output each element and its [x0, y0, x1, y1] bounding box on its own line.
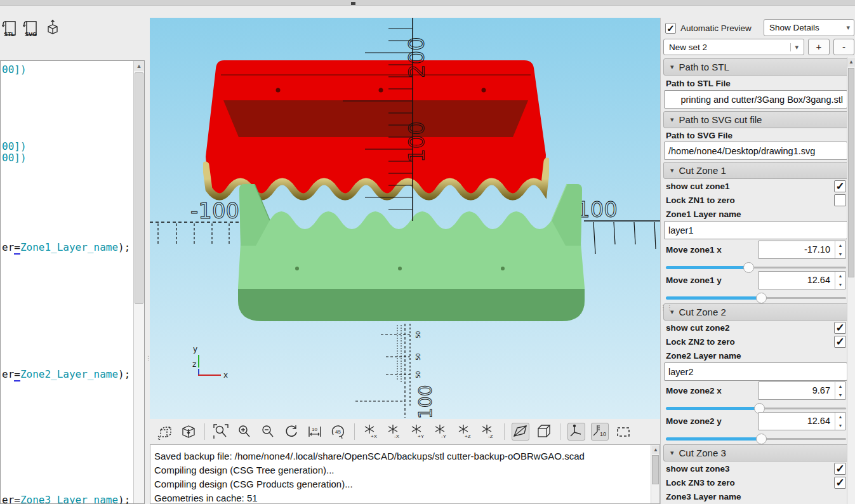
spin-down-icon[interactable]: ▼	[838, 393, 843, 397]
move-zone1-y-spinbox[interactable]: 12.64 ▲▼	[758, 271, 846, 289]
details-dropdown[interactable]: Show Details ▾	[764, 19, 854, 36]
slider-fill	[666, 437, 762, 441]
move-zone2-y-slider[interactable]	[666, 433, 846, 444]
lock-zn1-checkbox[interactable]	[834, 194, 846, 206]
customizer-scrollbar-thumb[interactable]	[848, 68, 854, 277]
view-plus-x-button[interactable]: +X	[362, 423, 380, 441]
rotate-45-button[interactable]: 45	[329, 423, 347, 441]
ruler-small-label: 50	[415, 331, 421, 338]
view-distance-icon: 10	[307, 423, 323, 440]
reset-view-button[interactable]	[282, 423, 300, 441]
spin-arrows[interactable]: ▲▼	[835, 272, 845, 289]
view-minus-z-button[interactable]: -Z	[479, 423, 497, 441]
zoom-in-button[interactable]	[235, 423, 253, 441]
svg-file-input[interactable]: /home/none4/Desktop/drawing1.svg	[664, 142, 847, 160]
spin-down-icon[interactable]: ▼	[838, 423, 843, 428]
view-distance-button[interactable]: 10	[306, 423, 324, 441]
render-box-icon	[48, 20, 57, 34]
spin-arrows[interactable]: ▲▼	[835, 413, 845, 430]
customizer-splitter-handle[interactable]: ⋮⋮	[660, 305, 664, 343]
scroll-up-icon[interactable]: ▲	[652, 446, 659, 454]
section-header-cut-zone-1[interactable]: ▾ Cut Zone 1	[663, 162, 850, 179]
spin-arrows[interactable]: ▲▼	[835, 241, 845, 258]
collapse-arrow-icon: ▾	[670, 63, 674, 71]
zoom-out-button[interactable]	[259, 423, 277, 441]
spin-down-icon[interactable]: ▼	[838, 252, 843, 256]
spin-up-icon[interactable]: ▲	[838, 274, 843, 278]
move-zone1-y-slider[interactable]	[666, 292, 846, 303]
3d-viewport[interactable]: -100 100	[150, 18, 660, 419]
show-cut-zone2-checkbox[interactable]: ✓	[834, 322, 846, 334]
scroll-up-icon[interactable]: ▲	[134, 61, 144, 71]
export-svg-button[interactable]: SVG	[23, 20, 39, 37]
spin-down-icon[interactable]: ▼	[838, 282, 843, 287]
show-scale-markers-button[interactable]: 10	[591, 423, 609, 441]
export-stl-button[interactable]: STL	[2, 20, 18, 37]
perspective-view-button[interactable]	[512, 423, 529, 441]
lock-zn3-checkbox[interactable]: ✓	[834, 477, 846, 489]
move-zone1-x-spinbox[interactable]: -17.10 ▲▼	[758, 241, 846, 259]
center-view-icon	[180, 423, 197, 440]
view-minus-y-button[interactable]: -Y	[432, 423, 450, 441]
editor-scrollbar-thumb[interactable]	[135, 72, 143, 304]
rotate-45-icon: 45	[330, 423, 347, 440]
view-minus-x-button[interactable]: -X	[385, 423, 403, 441]
code-line: 00])	[2, 63, 27, 76]
chevron-down-icon: ▾	[846, 23, 850, 32]
slider-handle[interactable]	[756, 434, 767, 444]
axis-y-label: y	[193, 345, 197, 354]
center-view-button[interactable]	[180, 423, 197, 441]
show-cut-zone3-checkbox[interactable]: ✓	[834, 463, 846, 475]
console-message: Compiling design (CSG Products generatio…	[154, 479, 353, 489]
remove-preset-button[interactable]: -	[833, 39, 854, 55]
show-cut-zone1-label: show cut zone1	[666, 182, 730, 191]
zone2-layer-name-label: Zone2 Layer name	[666, 351, 741, 361]
code-editor[interactable]: 00]) 00]) 00]) er=Zone1_Layer_name); er=…	[0, 60, 145, 504]
toolbar-separator	[560, 423, 560, 440]
spin-up-icon[interactable]: ▲	[838, 414, 843, 419]
check-icon: ✓	[835, 322, 844, 334]
preset-combobox[interactable]: New set 2 ▾	[663, 39, 804, 55]
view-all-button[interactable]	[156, 423, 174, 441]
console-panel[interactable]: Saved backup file: /home/none4/.local/sh…	[150, 444, 660, 504]
move-zone2-x-label: Move zone2 x	[666, 386, 722, 395]
editor-splitter-handle[interactable]: ⋮⋮	[145, 355, 149, 381]
customizer-scrollbar[interactable]: ▲	[847, 57, 855, 504]
move-zone2-y-spinbox[interactable]: 12.64 ▲▼	[758, 412, 846, 430]
section-header-cut-zone-3[interactable]: ▾ Cut Zone 3	[663, 444, 850, 461]
spin-up-icon[interactable]: ▲	[838, 243, 843, 248]
collapse-arrow-icon: ▾	[670, 166, 674, 175]
show-axes-button[interactable]	[567, 423, 585, 441]
scroll-up-icon[interactable]: ▲	[847, 58, 855, 67]
ruler-label: 100	[415, 385, 436, 419]
section-header-path-to-svg[interactable]: ▾ Path to SVG cut file	[663, 111, 850, 128]
show-axes-icon	[568, 423, 585, 440]
zone1-layer-name-input[interactable]: layer1	[664, 221, 847, 239]
spin-up-icon[interactable]: ▲	[838, 384, 843, 388]
show-cut-zone1-checkbox[interactable]: ✓	[834, 180, 846, 192]
stl-file-input[interactable]: printing and cutter/3Gang Box/3gang.stl	[664, 90, 847, 109]
console-scrollbar-thumb[interactable]	[652, 455, 659, 484]
render-button[interactable]	[45, 19, 62, 37]
add-preset-button[interactable]: +	[808, 39, 830, 55]
view-plus-y-button[interactable]: +Y	[409, 423, 427, 441]
automatic-preview-checkbox[interactable]: ✓	[665, 23, 676, 34]
move-zone2-x-spinbox[interactable]: 9.67 ▲▼	[758, 381, 846, 400]
slider-handle[interactable]	[756, 293, 767, 303]
axis-view-label: -X	[394, 434, 400, 439]
section-title: Cut Zone 1	[679, 165, 726, 176]
section-header-cut-zone-2[interactable]: ▾ Cut Zone 2	[663, 303, 850, 321]
crosshair-icon	[615, 423, 632, 440]
zone2-layer-name-input[interactable]: layer2	[664, 362, 847, 381]
slider-handle[interactable]	[743, 262, 754, 273]
lock-zn2-checkbox[interactable]: ✓	[834, 336, 846, 348]
editor-scrollbar[interactable]: ▲	[133, 61, 144, 503]
move-zone1-y-label: Move zone1 y	[666, 275, 722, 285]
console-scrollbar[interactable]: ▲	[651, 445, 659, 503]
orthogonal-view-button[interactable]	[535, 423, 553, 441]
spin-arrows[interactable]: ▲▼	[835, 382, 845, 399]
view-plus-z-button[interactable]: +Z	[456, 423, 474, 441]
view-crosshair-button[interactable]	[614, 423, 632, 441]
section-header-path-to-stl[interactable]: ▾ Path to STL	[663, 58, 850, 76]
zoom-fit-button[interactable]	[212, 423, 230, 441]
